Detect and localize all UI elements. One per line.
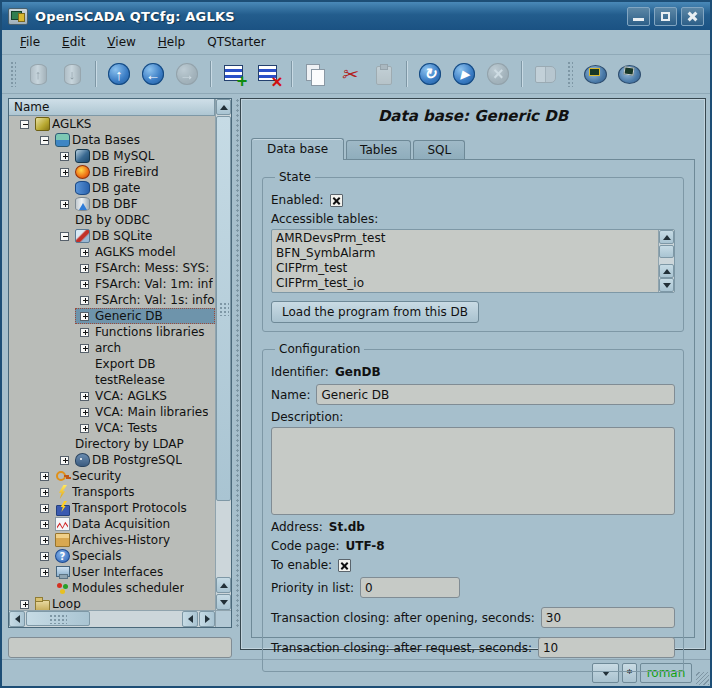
- toolbar-button-item-add[interactable]: [219, 59, 249, 89]
- tree-item-directory-by-ldap[interactable]: Directory by LDAP: [9, 436, 215, 452]
- tree-item-db-gate[interactable]: DB gate: [9, 180, 215, 196]
- tree-item-functions-libraries[interactable]: Functions libraries: [9, 324, 215, 340]
- table-list-item[interactable]: BFN_SymbAlarm: [273, 246, 657, 261]
- scroll-slider[interactable]: [659, 245, 674, 258]
- tab-tables[interactable]: Tables: [346, 140, 411, 159]
- tree-item-vca-tests[interactable]: VCA: Tests: [9, 420, 215, 436]
- tree-item-fsarch-val-1m-inf[interactable]: FSArch: Val: 1m: inf: [9, 276, 215, 292]
- toolbar-button-qts-config[interactable]: [580, 59, 610, 89]
- transaction-request-input[interactable]: [538, 637, 675, 658]
- expand-toggle-icon[interactable]: [40, 552, 49, 561]
- expand-toggle-icon[interactable]: [60, 168, 69, 177]
- close-button[interactable]: [681, 7, 704, 26]
- tree-item-fsarch-val-1s-info[interactable]: FSArch: Val: 1s: info: [9, 292, 215, 308]
- collapse-toggle-icon[interactable]: [20, 120, 29, 129]
- tree-header-name[interactable]: Name: [9, 99, 215, 116]
- tree-item-db-dbf[interactable]: DB DBF: [9, 196, 215, 212]
- tree-item-aglks-model[interactable]: AGLKS model: [9, 244, 215, 260]
- tree-item-specials[interactable]: Specials: [9, 548, 215, 564]
- expand-toggle-icon[interactable]: [40, 472, 49, 481]
- scroll-slider[interactable]: [216, 116, 231, 501]
- tree-item-security[interactable]: Security: [9, 468, 215, 484]
- expand-toggle-icon[interactable]: [80, 392, 89, 401]
- scroll-down-button[interactable]: [659, 278, 674, 292]
- menu-file[interactable]: File: [12, 32, 48, 52]
- priority-input[interactable]: [360, 577, 460, 598]
- minimize-button[interactable]: [627, 7, 650, 26]
- expand-toggle-icon[interactable]: [80, 296, 89, 305]
- scroll-up-button[interactable]: [216, 99, 231, 115]
- tree-horizontal-scrollbar[interactable]: [9, 610, 215, 627]
- scroll-left-button[interactable]: [9, 611, 25, 627]
- tree-item-loop[interactable]: Loop: [9, 596, 215, 610]
- tree-item-transport-protocols[interactable]: Transport Protocols: [9, 500, 215, 516]
- expand-toggle-icon[interactable]: [40, 536, 49, 545]
- scroll-slider[interactable]: [26, 611, 90, 626]
- expand-toggle-icon[interactable]: [80, 408, 89, 417]
- tree-item-db-postgresql[interactable]: DB PostgreSQL: [9, 452, 215, 468]
- toolbar-button-start[interactable]: [449, 59, 479, 89]
- tree-item-vca-aglks[interactable]: VCA: AGLKS: [9, 388, 215, 404]
- tree-item-testrelease[interactable]: testRelease: [9, 372, 215, 388]
- tree-item-export-db[interactable]: Export DB: [9, 356, 215, 372]
- expand-toggle-icon[interactable]: [40, 504, 49, 513]
- resize-grip[interactable]: [696, 672, 709, 685]
- scroll-left-button2[interactable]: [182, 611, 198, 627]
- menu-edit[interactable]: Edit: [54, 32, 93, 52]
- menu-view[interactable]: View: [99, 32, 143, 52]
- toolbar-button-item-del[interactable]: [253, 59, 283, 89]
- tree-item-db-firebird[interactable]: DB FireBird: [9, 164, 215, 180]
- tree-item-vca-main-libraries[interactable]: VCA: Main libraries: [9, 404, 215, 420]
- table-list-item[interactable]: AMRDevsPrm_test: [273, 231, 657, 246]
- tree-item-archives-history[interactable]: Archives-History: [9, 532, 215, 548]
- tree-vertical-scrollbar[interactable]: [215, 99, 231, 610]
- tab-data-base[interactable]: Data base: [251, 138, 344, 160]
- toolbar-handle[interactable]: [567, 61, 573, 87]
- expand-toggle-icon[interactable]: [80, 312, 89, 321]
- expand-toggle-icon[interactable]: [80, 344, 89, 353]
- accessible-tables-list[interactable]: AMRDevsPrm_testBFN_SymbAlarmCIFPrm_testC…: [271, 229, 675, 293]
- tab-sql[interactable]: SQL: [413, 140, 465, 159]
- tree-item-user-interfaces[interactable]: User Interfaces: [9, 564, 215, 580]
- toolbar-button-qts-tools[interactable]: [614, 59, 644, 89]
- expand-toggle-icon[interactable]: [80, 280, 89, 289]
- expand-toggle-icon[interactable]: [60, 200, 69, 209]
- tree-item-arch[interactable]: arch: [9, 340, 215, 356]
- expand-toggle-icon[interactable]: [40, 520, 49, 529]
- expand-toggle-icon[interactable]: [80, 264, 89, 273]
- expand-toggle-icon[interactable]: [40, 568, 49, 577]
- tree-item-db-mysql[interactable]: DB MySQL: [9, 148, 215, 164]
- tree-item-generic-db[interactable]: Generic DB: [9, 308, 215, 324]
- expand-toggle-icon[interactable]: [40, 488, 49, 497]
- to-enable-checkbox[interactable]: [338, 559, 351, 572]
- list-vertical-scrollbar[interactable]: [658, 230, 674, 292]
- tree-item-data-acquisition[interactable]: Data Acquisition: [9, 516, 215, 532]
- expand-toggle-icon[interactable]: [80, 328, 89, 337]
- expand-toggle-icon[interactable]: [60, 152, 69, 161]
- tree-item-db-by-odbc[interactable]: DB by ODBC: [9, 212, 215, 228]
- collapse-toggle-icon[interactable]: [60, 232, 69, 241]
- load-program-button[interactable]: Load the program from this DB: [271, 301, 479, 323]
- scroll-up-button2[interactable]: [216, 577, 231, 593]
- name-input[interactable]: [316, 384, 675, 405]
- maximize-button[interactable]: [654, 7, 677, 26]
- toolbar-button-back[interactable]: [138, 59, 168, 89]
- tree-item-db-sqlite[interactable]: DB SQLite: [9, 228, 215, 244]
- description-textarea[interactable]: [271, 427, 675, 515]
- scroll-down-button[interactable]: [216, 594, 231, 610]
- toolbar-button-refresh[interactable]: [415, 59, 445, 89]
- toolbar-button-cut[interactable]: [334, 59, 364, 89]
- scroll-up-button2[interactable]: [659, 264, 674, 278]
- expand-toggle-icon[interactable]: [80, 248, 89, 257]
- tree-item-aglks[interactable]: AGLKS: [9, 116, 215, 132]
- expand-toggle-icon[interactable]: [80, 424, 89, 433]
- tree-status-input[interactable]: [8, 637, 232, 658]
- menu-help[interactable]: Help: [150, 32, 193, 52]
- toolbar-button-copy[interactable]: [300, 59, 330, 89]
- scroll-up-button[interactable]: [659, 230, 674, 244]
- tree-item-modules-scheduler[interactable]: Modules scheduler: [9, 580, 215, 596]
- scroll-right-button[interactable]: [199, 611, 215, 627]
- toolbar-button-up[interactable]: [104, 59, 134, 89]
- tree-item-transports[interactable]: Transports: [9, 484, 215, 500]
- tree-item-data-bases[interactable]: Data Bases: [9, 132, 215, 148]
